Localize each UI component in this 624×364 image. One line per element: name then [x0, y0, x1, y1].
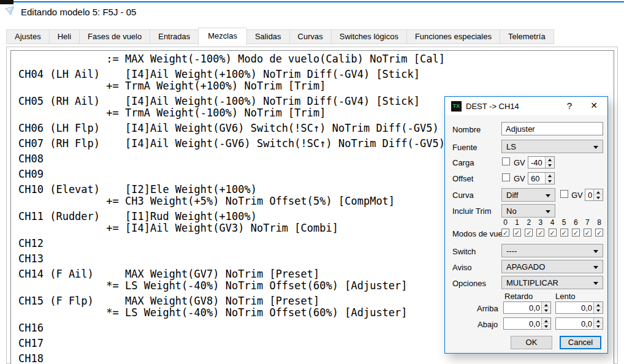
spin-down-button[interactable] — [546, 178, 554, 184]
retardo-column-header: Retardo — [504, 292, 533, 301]
incluir-trim-select[interactable]: No — [501, 204, 555, 218]
flight-mode-number: 7 — [585, 218, 590, 227]
switch-select[interactable]: ---- — [501, 244, 603, 257]
mixer-edit-dialog: TX DEST -> CH14 ? ✕ Nombre Fuente LS Car… — [444, 96, 608, 354]
offset-gv-label: GV — [514, 174, 525, 183]
curva-select[interactable]: Diff — [501, 188, 555, 202]
tab-mezclas[interactable]: Mezclas — [198, 28, 247, 45]
spin-up-button[interactable] — [594, 318, 603, 324]
chevron-down-icon — [546, 210, 550, 213]
aviso-select[interactable]: APAGADO — [501, 260, 603, 273]
dialog-titlebar[interactable]: TX DEST -> CH14 ? ✕ — [445, 97, 607, 115]
tab-entradas[interactable]: Entradas — [150, 29, 199, 44]
background-window-fragment — [0, 0, 13, 4]
spinner-buttons — [545, 173, 554, 184]
spinner-buttons — [593, 302, 603, 313]
abajo-lento-spinner[interactable]: 0,0 — [555, 317, 603, 330]
spin-up-button[interactable] — [542, 318, 550, 324]
flight-mode-1-checkbox[interactable]: ✓ — [513, 229, 521, 237]
nombre-input[interactable] — [501, 122, 603, 135]
flight-mode-number: 0 — [503, 218, 508, 227]
tab-curvas[interactable]: Curvas — [289, 29, 332, 44]
curva-label: Curva — [452, 191, 474, 200]
flight-modes-grid: 0✓1✓2✓3✓4✓5✓6✓7✓8✓ — [501, 218, 603, 237]
spin-down-button[interactable] — [542, 324, 550, 329]
curva-gv-spinner[interactable]: 0 — [585, 189, 603, 201]
mixer-row-ch18[interactable]: CH18 — [18, 353, 614, 364]
opciones-select[interactable]: MULTIPLICAR — [501, 276, 603, 289]
ok-button[interactable]: OK — [511, 336, 552, 349]
spin-down-button[interactable] — [542, 308, 550, 313]
mixer-row-ch04[interactable]: CH04 (LH Ail) [I4]Ail Weight(+100%) NoTr… — [18, 69, 614, 92]
carga-gv-label: GV — [514, 158, 525, 167]
model-edit-icon — [5, 6, 16, 17]
lento-column-header: Lento — [555, 292, 576, 301]
abajo-label: Abajo — [478, 320, 498, 329]
spin-down-button[interactable] — [594, 308, 603, 313]
flight-mode-number: 3 — [539, 218, 543, 227]
window-title: Editando modelo 5: F5J - 05 — [21, 7, 136, 17]
arriba-lento-spinner[interactable]: 0,0 — [555, 301, 603, 314]
spin-down-button[interactable] — [546, 162, 554, 168]
tab-telemetr-a[interactable]: Telemetría — [500, 29, 554, 44]
flight-mode-2-checkbox[interactable]: ✓ — [525, 229, 533, 237]
tab-salidas[interactable]: Salidas — [246, 29, 290, 44]
chevron-down-icon — [546, 194, 550, 197]
abajo-retardo-spinner[interactable]: 0,0 — [503, 317, 551, 330]
chevron-down-icon — [593, 266, 598, 269]
fuente-label: Fuente — [452, 143, 477, 152]
spin-up-button[interactable] — [594, 302, 603, 308]
spin-up-button[interactable] — [594, 189, 603, 195]
arriba-label: Arriba — [477, 304, 498, 313]
incluir-trim-label: Incluir Trim — [452, 207, 492, 216]
chevron-down-icon — [593, 282, 598, 285]
nombre-label: Nombre — [452, 125, 481, 134]
spinner-buttons — [545, 157, 554, 168]
curva-gv-label: GV — [571, 191, 583, 200]
spinner-buttons — [593, 318, 603, 329]
opentx-logo-icon: TX — [451, 101, 462, 112]
flight-mode-8-checkbox[interactable]: ✓ — [595, 229, 603, 237]
flight-mode-6-checkbox[interactable]: ✓ — [572, 229, 580, 237]
flight-mode-number: 8 — [597, 218, 601, 227]
flight-mode-0-checkbox[interactable]: ✓ — [501, 229, 509, 237]
flight-mode-3-checkbox[interactable]: ✓ — [536, 229, 544, 237]
tab-ajustes[interactable]: Ajustes — [6, 29, 50, 44]
tab-switches-l-gicos[interactable]: Switches lógicos — [331, 29, 407, 44]
chevron-down-icon — [593, 250, 598, 253]
carga-label: Carga — [452, 158, 474, 167]
offset-spinner[interactable]: 60 — [528, 172, 555, 184]
tab-heli[interactable]: Heli — [49, 29, 80, 44]
help-button[interactable]: ? — [567, 100, 572, 111]
spin-up-button[interactable] — [546, 157, 554, 162]
spin-up-button[interactable] — [542, 302, 550, 308]
tab-fases-de-vuelo[interactable]: Fases de vuelo — [79, 29, 150, 44]
cancel-button[interactable]: Cancel — [560, 336, 601, 349]
flight-mode-number: 6 — [574, 218, 578, 227]
opciones-label: Opciones — [452, 279, 486, 288]
flight-mode-4-checkbox[interactable]: ✓ — [549, 229, 557, 237]
spin-down-button[interactable] — [594, 195, 603, 200]
spin-up-button[interactable] — [546, 173, 554, 178]
flight-mode-number: 5 — [562, 218, 566, 227]
offset-gv-checkbox[interactable] — [502, 173, 510, 181]
fuente-select[interactable]: LS — [501, 140, 603, 153]
arriba-retardo-spinner[interactable]: 0,0 — [503, 301, 551, 314]
aviso-label: Aviso — [452, 263, 472, 272]
flight-mode-number: 2 — [527, 218, 531, 227]
offset-label: Offset — [452, 174, 473, 183]
tab-bar: AjustesHeliFases de vueloEntradasMezclas… — [6, 28, 554, 45]
flight-mode-7-checkbox[interactable]: ✓ — [584, 229, 592, 237]
curva-gv-checkbox[interactable] — [560, 190, 568, 198]
window-top-border — [0, 1, 624, 2]
close-icon[interactable]: ✕ — [590, 100, 598, 110]
carga-spinner[interactable]: -40 — [528, 156, 555, 169]
tab-funciones-especiales[interactable]: Funciones especiales — [406, 29, 500, 44]
modos-label: Modos de vuelo — [452, 229, 509, 238]
flight-mode-5-checkbox[interactable]: ✓ — [560, 229, 568, 237]
flight-mode-number: 4 — [550, 218, 555, 227]
carga-gv-checkbox[interactable] — [502, 157, 510, 165]
spin-down-button[interactable] — [594, 324, 603, 329]
switch-label: Switch — [452, 247, 476, 256]
mixer-row-continuation[interactable]: := MAX Weight(-100%) Modo de vuelo(Calib… — [18, 53, 614, 65]
